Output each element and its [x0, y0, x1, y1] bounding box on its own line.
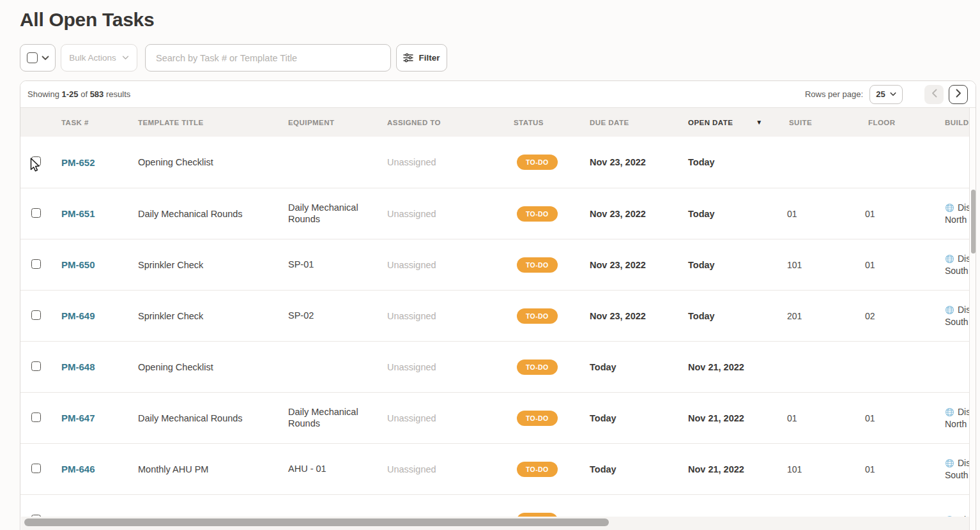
- assigned-to-cell: Unassigned: [387, 362, 505, 372]
- column-header-assigned-to[interactable]: ASSIGNED TO: [387, 119, 505, 126]
- assigned-to-cell: Unassigned: [387, 157, 505, 167]
- chevron-down-icon: [42, 56, 49, 61]
- vertical-scrollbar: [969, 108, 976, 530]
- floor-cell: 01: [865, 464, 945, 474]
- due-date-cell: Today: [590, 464, 688, 474]
- due-date-cell: Today: [590, 413, 688, 423]
- page-title: All Open Tasks: [20, 9, 154, 31]
- filter-button[interactable]: Filter: [396, 44, 447, 72]
- column-header-floor[interactable]: FLOOR: [865, 119, 945, 126]
- toolbar: Bulk Actions Filter: [20, 44, 447, 72]
- table-row: PM-652 Opening Checklist Unassigned TO-D…: [20, 137, 976, 188]
- status-badge: TO-DO: [517, 155, 558, 170]
- due-date-cell: Today: [590, 362, 688, 372]
- select-all-checkbox[interactable]: [27, 52, 38, 63]
- row-checkbox[interactable]: [31, 310, 41, 320]
- filter-icon: [403, 53, 413, 63]
- task-link[interactable]: PM-646: [61, 464, 95, 474]
- pagination: [924, 85, 968, 104]
- globe-icon: [945, 203, 954, 213]
- column-header-equipment[interactable]: EQUIPMENT: [288, 119, 387, 126]
- horizontal-scrollbar: [21, 517, 975, 530]
- task-link[interactable]: PM-649: [61, 310, 95, 321]
- floor-cell: 02: [865, 311, 945, 321]
- globe-icon: [945, 254, 954, 264]
- status-badge: TO-DO: [517, 308, 558, 324]
- template-title-cell: Opening Checklist: [138, 157, 288, 167]
- globe-icon: [945, 407, 954, 417]
- task-link[interactable]: PM-650: [61, 259, 95, 270]
- row-checkbox[interactable]: [31, 413, 41, 422]
- row-checkbox[interactable]: [31, 156, 41, 166]
- row-checkbox[interactable]: [31, 208, 41, 218]
- template-title-cell: Sprinkler Check: [138, 260, 288, 270]
- filter-label: Filter: [418, 53, 440, 63]
- template-title-cell: Monthly AHU PM: [138, 464, 288, 474]
- task-link[interactable]: PM-652: [61, 157, 95, 168]
- task-link[interactable]: PM-647: [61, 413, 95, 423]
- vertical-scrollbar-thumb[interactable]: [971, 190, 976, 254]
- task-link[interactable]: PM-651: [61, 208, 95, 219]
- row-checkbox[interactable]: [31, 464, 41, 473]
- template-title-cell: Sprinkler Check: [138, 311, 288, 321]
- column-header-due-date[interactable]: DUE DATE: [590, 119, 688, 126]
- next-page-button[interactable]: [949, 85, 968, 104]
- due-date-cell: Nov 23, 2022: [590, 311, 688, 321]
- table-row: PM-649 Sprinkler Check SP-02 Unassigned …: [20, 290, 976, 341]
- row-checkbox[interactable]: [31, 361, 41, 371]
- status-badge: TO-DO: [517, 411, 558, 426]
- assigned-to-cell: Unassigned: [387, 260, 505, 270]
- bulk-actions-button[interactable]: Bulk Actions: [61, 44, 137, 72]
- floor-cell: 01: [865, 209, 945, 219]
- open-date-cell: Today: [688, 157, 787, 167]
- assigned-to-cell: Unassigned: [387, 413, 505, 423]
- results-total: 583: [90, 89, 104, 99]
- open-date-cell: Today: [688, 209, 787, 219]
- results-count: Showing 1-25 of 583 results: [27, 89, 130, 99]
- template-title-cell: Daily Mechanical Rounds: [138, 209, 288, 219]
- column-header-status[interactable]: STATUS: [505, 119, 590, 126]
- rows-per-page-label: Rows per page:: [805, 89, 863, 99]
- template-title-cell: Opening Checklist: [138, 362, 288, 372]
- previous-page-button[interactable]: [924, 85, 944, 104]
- template-title-cell: Daily Mechanical Rounds: [138, 413, 288, 423]
- suite-cell: 101: [787, 464, 865, 474]
- horizontal-scrollbar-thumb[interactable]: [24, 519, 609, 526]
- equipment-cell: AHU - 01: [288, 464, 372, 474]
- of-label: of: [80, 89, 88, 99]
- globe-icon: [945, 305, 954, 315]
- due-date-cell: Nov 23, 2022: [590, 157, 688, 167]
- column-header-task[interactable]: TASK #: [61, 119, 138, 126]
- status-badge: TO-DO: [517, 257, 558, 273]
- chevron-down-icon: [122, 56, 129, 60]
- search-input[interactable]: [145, 44, 391, 72]
- open-date-cell: Today: [688, 260, 787, 270]
- select-all-dropdown[interactable]: [20, 44, 56, 72]
- page: All Open Tasks Bulk Actions Filter: [0, 0, 980, 530]
- status-badge: TO-DO: [517, 360, 558, 375]
- task-link[interactable]: PM-648: [61, 361, 95, 372]
- row-checkbox[interactable]: [31, 259, 41, 269]
- rows-per-page-select[interactable]: 25: [869, 85, 903, 104]
- chevron-left-icon: [931, 89, 937, 100]
- globe-icon: [945, 458, 954, 468]
- showing-label: Showing: [27, 89, 59, 99]
- open-date-cell: Today: [688, 311, 787, 321]
- open-date-cell: Nov 21, 2022: [688, 464, 787, 474]
- chevron-right-icon: [956, 89, 961, 100]
- suite-cell: 01: [787, 413, 865, 423]
- table-body: PM-652 Opening Checklist Unassigned TO-D…: [20, 137, 976, 530]
- suite-cell: 01: [787, 209, 865, 219]
- equipment-cell: SP-01: [288, 259, 372, 270]
- column-header-suite[interactable]: SUITE: [787, 119, 865, 126]
- results-bar: Showing 1-25 of 583 results Rows per pag…: [20, 81, 976, 108]
- open-date-cell: Nov 21, 2022: [688, 413, 787, 423]
- open-date-label: OPEN DATE: [688, 119, 733, 126]
- column-header-template-title[interactable]: TEMPLATE TITLE: [138, 119, 288, 126]
- suite-cell: 101: [787, 260, 865, 270]
- column-header-open-date[interactable]: OPEN DATE ▼: [688, 119, 787, 126]
- due-date-cell: Nov 23, 2022: [590, 260, 688, 270]
- sort-descending-icon: ▼: [756, 119, 762, 126]
- status-badge: TO-DO: [517, 462, 558, 477]
- table-row: PM-647 Daily Mechanical Rounds Daily Mec…: [20, 392, 976, 443]
